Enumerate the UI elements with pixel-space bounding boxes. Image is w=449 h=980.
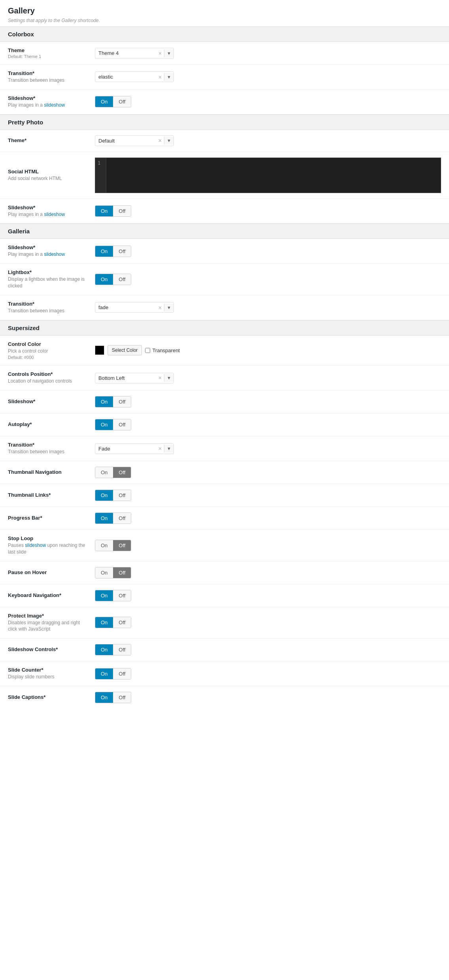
- setting-desc-colorbox-slideshow: Play images in a slideshow: [8, 102, 87, 109]
- select-clear-colorbox-theme[interactable]: ×: [156, 49, 164, 58]
- toggle-off-ss-protect-image[interactable]: Off: [113, 617, 131, 628]
- setting-row-galleria-lightbox: Lightbox*Display a lightbox when the ima…: [0, 264, 449, 295]
- toggle-off-galleria-lightbox[interactable]: Off: [113, 274, 131, 285]
- toggle-on-ss-slideshow[interactable]: On: [95, 396, 113, 407]
- setting-label-col-colorbox-theme: ThemeDefault: Theme 1: [8, 47, 95, 59]
- toggle-on-ss-pause-hover[interactable]: On: [95, 567, 113, 578]
- select-clear-pp-theme[interactable]: ×: [156, 136, 164, 145]
- setting-label-ss-control-color: Control Color: [8, 341, 87, 347]
- setting-row-ss-autoplay: Autoplay*OnOff: [0, 413, 449, 436]
- setting-desc-pp-slideshow: Play images in a slideshow: [8, 211, 87, 218]
- toggle-on-ss-progress-bar[interactable]: On: [95, 513, 113, 524]
- toggle-on-pp-slideshow[interactable]: On: [95, 206, 113, 216]
- slideshow-link[interactable]: slideshow: [44, 102, 65, 108]
- toggle-group-ss-autoplay: OnOff: [95, 419, 131, 430]
- setting-control-col-ss-stop-loop: OnOff: [95, 540, 441, 551]
- setting-control-col-ss-autoplay: OnOff: [95, 419, 441, 430]
- setting-control-col-ss-transition: Fade×▼: [95, 443, 441, 454]
- toggle-off-ss-pause-hover[interactable]: Off: [113, 567, 131, 578]
- transparent-label-ss-control-color[interactable]: Transparent: [145, 347, 180, 353]
- setting-label-col-ss-protect-image: Protect Image*Disables image dragging an…: [8, 613, 95, 633]
- select-wrapper-pp-theme[interactable]: Default×▼: [95, 135, 174, 146]
- toggle-on-ss-slideshow-controls[interactable]: On: [95, 644, 113, 655]
- toggle-group-pp-slideshow: OnOff: [95, 205, 131, 217]
- page-header: Gallery Settings that apply to the Galle…: [0, 0, 449, 26]
- setting-label-col-galleria-transition: Transition*Transition between images: [8, 301, 95, 314]
- setting-row-colorbox-slideshow: Slideshow*Play images in a slideshowOnOf…: [0, 90, 449, 115]
- select-arrow-colorbox-transition[interactable]: ▼: [164, 73, 174, 81]
- setting-control-col-ss-pause-hover: OnOff: [95, 567, 441, 578]
- slideshow-link[interactable]: slideshow: [25, 543, 46, 548]
- select-clear-ss-transition[interactable]: ×: [156, 444, 164, 453]
- toggle-off-ss-slide-captions[interactable]: Off: [113, 692, 131, 703]
- setting-row-ss-slideshow: Slideshow*OnOff: [0, 390, 449, 413]
- toggle-on-ss-autoplay[interactable]: On: [95, 419, 113, 430]
- setting-label-col-ss-keyboard-nav: Keyboard Navigation*: [8, 592, 95, 599]
- select-wrapper-colorbox-transition[interactable]: elastic×▼: [95, 71, 174, 82]
- toggle-on-ss-slide-counter[interactable]: On: [95, 668, 113, 679]
- section-header-colorbox: Colorbox: [0, 26, 449, 42]
- toggle-off-ss-thumbnail-links[interactable]: Off: [113, 490, 131, 501]
- toggle-on-colorbox-slideshow[interactable]: On: [95, 96, 113, 107]
- select-arrow-ss-controls-position[interactable]: ▼: [164, 374, 174, 382]
- toggle-on-ss-protect-image[interactable]: On: [95, 617, 113, 628]
- setting-desc-pp-social: Add social network HTML: [8, 175, 87, 182]
- setting-label-pp-theme: Theme*: [8, 137, 87, 143]
- slideshow-link[interactable]: slideshow: [44, 252, 65, 257]
- setting-label-ss-slide-captions: Slide Captions*: [8, 694, 87, 700]
- select-clear-colorbox-transition[interactable]: ×: [156, 72, 164, 82]
- setting-control-col-colorbox-transition: elastic×▼: [95, 71, 441, 82]
- setting-row-galleria-transition: Transition*Transition between imagesfade…: [0, 295, 449, 320]
- select-clear-galleria-transition[interactable]: ×: [156, 303, 164, 312]
- setting-label-col-ss-autoplay: Autoplay*: [8, 421, 95, 428]
- toggle-off-ss-stop-loop[interactable]: Off: [113, 540, 131, 551]
- toggle-off-pp-slideshow[interactable]: Off: [113, 206, 131, 216]
- setting-label-ss-controls-position: Controls Position*: [8, 371, 87, 377]
- select-wrapper-ss-controls-position[interactable]: Bottom Left×▼: [95, 373, 174, 383]
- setting-label-col-ss-slideshow: Slideshow*: [8, 398, 95, 405]
- setting-label-galleria-lightbox: Lightbox*: [8, 269, 87, 275]
- toggle-on-ss-thumbnail-nav[interactable]: On: [95, 467, 113, 478]
- toggle-off-galleria-slideshow[interactable]: Off: [113, 246, 131, 257]
- slideshow-link[interactable]: slideshow: [44, 212, 65, 217]
- setting-label-col-pp-theme: Theme*: [8, 137, 95, 144]
- setting-control-col-ss-slideshow-controls: OnOff: [95, 644, 441, 655]
- toggle-off-ss-keyboard-nav[interactable]: Off: [113, 590, 131, 601]
- toggle-on-ss-thumbnail-links[interactable]: On: [95, 490, 113, 501]
- code-content[interactable]: [106, 158, 441, 193]
- select-wrapper-colorbox-theme[interactable]: Theme 4×▼: [95, 48, 174, 58]
- select-clear-ss-controls-position[interactable]: ×: [156, 373, 164, 383]
- select-arrow-colorbox-theme[interactable]: ▼: [164, 49, 174, 57]
- setting-row-ss-protect-image: Protect Image*Disables image dragging an…: [0, 607, 449, 639]
- toggle-off-ss-slideshow-controls[interactable]: Off: [113, 644, 131, 655]
- toggle-on-ss-keyboard-nav[interactable]: On: [95, 590, 113, 601]
- setting-control-col-colorbox-theme: Theme 4×▼: [95, 48, 441, 58]
- toggle-on-galleria-slideshow[interactable]: On: [95, 246, 113, 257]
- code-editor-pp-social[interactable]: 1: [95, 158, 441, 193]
- setting-row-galleria-slideshow: Slideshow*Play images in a slideshowOnOf…: [0, 239, 449, 264]
- setting-label-colorbox-theme: Theme: [8, 47, 87, 53]
- toggle-off-ss-autoplay[interactable]: Off: [113, 419, 131, 430]
- toggle-off-colorbox-slideshow[interactable]: Off: [113, 96, 131, 107]
- select-arrow-pp-theme[interactable]: ▼: [164, 137, 174, 145]
- select-wrapper-ss-transition[interactable]: Fade×▼: [95, 443, 174, 454]
- toggle-on-ss-slide-captions[interactable]: On: [95, 692, 113, 703]
- select-arrow-galleria-transition[interactable]: ▼: [164, 304, 174, 312]
- toggle-off-ss-progress-bar[interactable]: Off: [113, 513, 131, 524]
- toggle-group-galleria-lightbox: OnOff: [95, 274, 131, 285]
- setting-label-col-ss-slideshow-controls: Slideshow Controls*: [8, 646, 95, 653]
- color-swatch-ss-control-color[interactable]: [95, 345, 104, 355]
- setting-row-pp-social: Social HTMLAdd social network HTML1: [0, 152, 449, 199]
- toggle-on-galleria-lightbox[interactable]: On: [95, 274, 113, 285]
- toggle-on-ss-stop-loop[interactable]: On: [95, 540, 113, 551]
- toggle-off-ss-slide-counter[interactable]: Off: [113, 668, 131, 679]
- select-arrow-ss-transition[interactable]: ▼: [164, 445, 174, 452]
- toggle-off-ss-thumbnail-nav[interactable]: Off: [113, 467, 131, 478]
- toggle-off-ss-slideshow[interactable]: Off: [113, 396, 131, 407]
- toggle-group-ss-keyboard-nav: OnOff: [95, 590, 131, 601]
- select-wrapper-galleria-transition[interactable]: fade×▼: [95, 302, 174, 313]
- transparent-checkbox-ss-control-color[interactable]: [145, 348, 150, 353]
- setting-label-ss-slide-counter: Slide Counter*: [8, 667, 87, 673]
- section-header-prettyphoto: Pretty Photo: [0, 115, 449, 130]
- select-color-button-ss-control-color[interactable]: Select Color: [108, 345, 142, 355]
